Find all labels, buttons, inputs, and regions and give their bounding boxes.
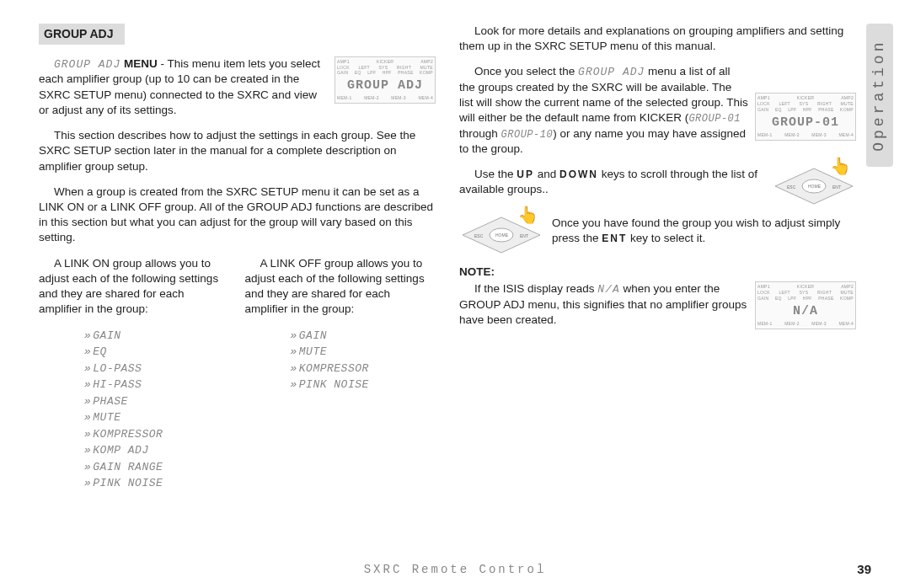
list-item: PINK NOISE — [291, 377, 436, 393]
p2c: through — [459, 127, 501, 140]
linkoff-col: A LINK OFF group allows you to adjust ea… — [245, 256, 436, 492]
seg-na: N/A — [597, 283, 619, 296]
note-heading: NOTE: — [459, 265, 856, 280]
paragraph-3: When a group is created from the SXRC SE… — [39, 184, 436, 246]
lcd1-text: GROUP ADJ — [337, 76, 433, 95]
p3a: Use the — [474, 168, 517, 180]
lcd2-text: GROUP-01 — [757, 113, 854, 132]
note-a: If the ISIS display reads — [474, 282, 597, 295]
key-up: UP — [517, 168, 534, 180]
list-item: MUTE — [84, 409, 230, 426]
list-item: GAIN RANGE — [84, 459, 230, 476]
linkoff-intro: A LINK OFF group allows you to adjust ea… — [245, 256, 436, 318]
updown-row: Use the UP and DOWN keys to scroll throu… — [459, 167, 856, 206]
lcd-group-adj: AMP1KICKERAMP2 LOCKLEFTSYSRIGHTMUTE GAIN… — [335, 56, 436, 104]
lcd-group-01: AMP1KICKERAMP2 LOCKLEFTSYSRIGHTMUTE GAIN… — [755, 93, 856, 140]
svg-text:ESC: ESC — [474, 233, 484, 238]
side-tab: Operation — [866, 24, 893, 167]
right-p3: Use the UP and DOWN keys to scroll throu… — [459, 167, 763, 197]
key-ent: ENT — [602, 233, 627, 244]
two-column-layout: GROUP ADJ AMP1KICKERAMP2 LOCKLEFTSYSRIGH… — [39, 24, 856, 529]
list-item: PHASE — [84, 393, 230, 410]
svg-text:HOME: HOME — [808, 184, 822, 189]
right-column: Look for more details and explanations o… — [459, 24, 856, 529]
seg-g10: GROUP-10 — [501, 129, 554, 141]
key-down: DOWN — [559, 168, 598, 180]
seg-g01: GROUP-01 — [688, 113, 741, 125]
linkoff-list: GAIN MUTE KOMPRESSOR PINK NOISE — [245, 328, 436, 393]
right-p2-wrap: AMP1KICKERAMP2 LOCKLEFTSYSRIGHTMUTE GAIN… — [459, 64, 856, 157]
link-columns: A LINK ON group allows you to adjust eac… — [39, 256, 436, 492]
list-item: GAIN — [291, 328, 436, 345]
linkon-col: A LINK ON group allows you to adjust eac… — [39, 256, 230, 492]
page-number: 39 — [857, 561, 871, 578]
seg-group-adj-2: GROUP ADJ — [578, 66, 645, 78]
ent-row: 👆 ESC HOME ENT Once you have found the g… — [459, 216, 856, 254]
paragraph-2: This section describes how to adjust the… — [39, 128, 436, 174]
right-p4: Once you have found the group you wish t… — [552, 216, 856, 246]
p3b: and — [534, 168, 559, 180]
lcd3-text: N/A — [757, 302, 854, 321]
navpad-icon: 👆 ESC HOME ENT — [772, 167, 856, 206]
svg-text:ENT: ENT — [832, 184, 841, 190]
side-tab-label: Operation — [870, 39, 890, 151]
lcd-na: AMP1KICKERAMP2 LOCKLEFTSYSRIGHTMUTE GAIN… — [755, 281, 856, 329]
list-item: KOMPRESSOR — [291, 361, 436, 377]
list-item: KOMP ADJ — [84, 442, 230, 459]
list-item: HI-PASS — [84, 377, 230, 393]
paragraph-1-wrap: AMP1KICKERAMP2 LOCKLEFTSYSRIGHTMUTE GAIN… — [39, 56, 436, 118]
seg-group-adj: GROUP ADJ — [54, 58, 120, 71]
linkon-list: GAIN EQ LO-PASS HI-PASS PHASE MUTE KOMPR… — [39, 328, 230, 492]
list-item: EQ — [84, 344, 230, 361]
p2a: Once you select the — [474, 65, 578, 78]
p4b: key to select it. — [627, 232, 705, 244]
note-wrap: AMP1KICKERAMP2 LOCKLEFTSYSRIGHTMUTE GAIN… — [459, 281, 856, 328]
hand-icon: 👆 — [830, 155, 851, 178]
left-column: GROUP ADJ AMP1KICKERAMP2 LOCKLEFTSYSRIGH… — [39, 24, 436, 529]
list-item: MUTE — [291, 344, 436, 361]
list-item: LO-PASS — [84, 361, 230, 377]
linkon-intro: A LINK ON group allows you to adjust eac… — [39, 256, 230, 318]
right-p1: Look for more details and explanations o… — [459, 24, 856, 54]
hand-icon: 👆 — [517, 204, 538, 227]
navpad-icon-2: 👆 ESC HOME ENT — [459, 216, 543, 254]
list-item: KOMPRESSOR — [84, 426, 230, 443]
section-heading: GROUP ADJ — [39, 24, 125, 45]
svg-text:ENT: ENT — [520, 233, 528, 238]
list-item: GAIN — [84, 328, 230, 345]
list-item: PINK NOISE — [84, 475, 230, 492]
svg-text:HOME: HOME — [495, 233, 509, 238]
svg-text:ESC: ESC — [787, 184, 796, 190]
footer-title: SXRC Remote Control — [0, 562, 910, 578]
menu-bold: MENU — [120, 57, 158, 70]
